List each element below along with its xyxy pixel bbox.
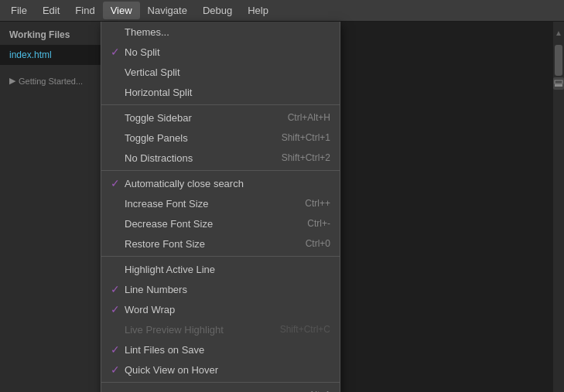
menu-item-shortcut: Shift+Ctrl+1 — [266, 132, 330, 143]
menu-item-themes[interactable]: Themes... — [101, 22, 340, 42]
menu-item-no-split[interactable]: ✓ No Split — [101, 42, 340, 62]
working-files-label: Working Files — [0, 22, 101, 45]
menu-item-label: Themes... — [125, 26, 315, 38]
menu-navigate[interactable]: Navigate — [140, 2, 195, 19]
checkmark-icon: ✓ — [111, 343, 125, 356]
separator — [101, 170, 340, 171]
sidebar: Working Files index.html ▶ Getting Start… — [0, 22, 101, 392]
menubar: File Edit Find View Navigate Debug Help — [0, 0, 564, 22]
menu-item-label: No Distractions — [125, 152, 266, 164]
checkmark-icon: ✓ — [111, 363, 125, 376]
menu-item-shortcut: Ctrl++ — [289, 198, 330, 209]
menu-item-auto-close-search[interactable]: ✓ Automatically close search — [101, 173, 340, 193]
checkmark-icon: ✓ — [111, 177, 125, 189]
checkmark-icon: ✓ — [111, 46, 125, 58]
menu-item-word-wrap[interactable]: ✓ Word Wrap — [101, 299, 340, 319]
menu-item-horizontal-split[interactable]: Horizontal Split — [101, 82, 340, 102]
menu-item-shortcut: Ctrl+0 — [290, 238, 330, 249]
menu-debug[interactable]: Debug — [195, 2, 240, 19]
menu-help[interactable]: Help — [240, 2, 276, 19]
scroll-panel-button[interactable] — [553, 77, 564, 90]
sidebar-section-getting-started[interactable]: ▶ Getting Started... — [0, 65, 101, 89]
checkmark-icon: ✓ — [111, 303, 125, 315]
menu-item-shortcut: Shift+Ctrl+C — [265, 324, 330, 335]
menu-item-toggle-panels[interactable]: Toggle Panels Shift+Ctrl+1 — [101, 128, 340, 148]
scrollbar: ▲ — [553, 22, 564, 392]
menu-item-toggle-sidebar[interactable]: Toggle Sidebar Ctrl+Alt+H — [101, 107, 340, 128]
menu-item-label: Word Wrap — [125, 304, 315, 315]
scroll-up-button[interactable]: ▲ — [553, 22, 564, 43]
chevron-icon: ▶ — [9, 76, 15, 86]
menu-item-label: No Split — [125, 46, 315, 58]
menu-item-no-distractions[interactable]: No Distractions Shift+Ctrl+2 — [101, 148, 340, 168]
menu-item-line-numbers[interactable]: ✓ Line Numbers — [101, 279, 340, 299]
menu-item-label: Lint Files on Save — [125, 344, 315, 356]
menu-item-live-preview[interactable]: Live Preview Highlight Shift+Ctrl+C — [101, 319, 340, 339]
menu-item-vertical-split[interactable]: Vertical Split — [101, 62, 340, 82]
menu-item-collapse-all[interactable]: Collapse All Alt+1 — [101, 385, 340, 392]
svg-rect-1 — [555, 84, 562, 87]
menu-item-shortcut: Ctrl+Alt+H — [272, 112, 330, 123]
sidebar-file-index[interactable]: index.html — [0, 45, 101, 65]
menu-item-restore-font[interactable]: Restore Font Size Ctrl+0 — [101, 233, 340, 254]
sidebar-section-label: Getting Started... — [19, 77, 83, 86]
menu-item-label: Increase Font Size — [125, 198, 289, 210]
svg-rect-0 — [555, 80, 562, 84]
menu-item-label: Restore Font Size — [125, 238, 290, 250]
view-dropdown-menu: Themes... ✓ No Split Vertical Split Hori… — [101, 22, 340, 392]
menu-item-label: Highlight Active Line — [125, 264, 315, 275]
menu-item-increase-font[interactable]: Increase Font Size Ctrl++ — [101, 193, 340, 213]
separator — [101, 256, 340, 257]
checkmark-icon: ✓ — [111, 283, 125, 295]
menu-item-label: Decrease Font Size — [125, 218, 292, 230]
menu-item-quick-view[interactable]: ✓ Quick View on Hover — [101, 360, 340, 380]
menu-item-label: Collapse All — [125, 390, 293, 393]
menu-view[interactable]: View — [103, 2, 140, 19]
menu-item-shortcut: Shift+Ctrl+2 — [266, 152, 330, 163]
menu-item-label: Toggle Sidebar — [125, 112, 272, 124]
menu-item-label: Quick View on Hover — [125, 364, 315, 376]
menu-edit[interactable]: Edit — [35, 2, 67, 19]
menu-item-highlight-active[interactable]: Highlight Active Line — [101, 259, 340, 279]
menu-item-label: Horizontal Split — [125, 87, 315, 98]
separator — [101, 104, 340, 105]
menu-file[interactable]: File — [3, 2, 35, 19]
menu-item-shortcut: Ctrl+- — [292, 218, 330, 229]
menu-find[interactable]: Find — [67, 2, 102, 19]
menu-item-decrease-font[interactable]: Decrease Font Size Ctrl+- — [101, 213, 340, 233]
menu-item-lint-files[interactable]: ✓ Lint Files on Save — [101, 339, 340, 360]
separator — [101, 382, 340, 383]
menu-item-label: Automatically close search — [125, 178, 315, 189]
menu-item-label: Vertical Split — [125, 66, 315, 78]
panel-icon — [554, 80, 563, 87]
menu-item-label: Line Numbers — [125, 284, 315, 295]
menu-item-label: Toggle Panels — [125, 132, 266, 144]
menu-item-label: Live Preview Highlight — [125, 324, 265, 336]
main-area: Working Files index.html ▶ Getting Start… — [0, 22, 564, 392]
scroll-thumb[interactable] — [555, 45, 562, 76]
